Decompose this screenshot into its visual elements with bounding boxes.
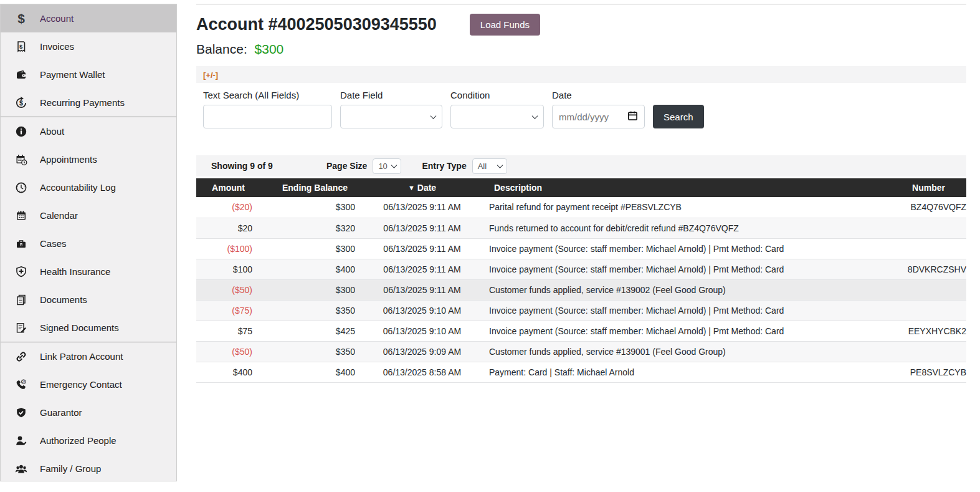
table-row[interactable]: $75$42506/13/2025 9:10 AMInvoice payment… [196,321,966,341]
text-search-group: Text Search (All Fields) [203,90,332,128]
table-row[interactable]: $100$40006/13/2025 9:11 AMInvoice paymen… [196,259,966,279]
text-search-label: Text Search (All Fields) [203,90,332,100]
description-cell: Invoice payment (Source: staff member: M… [489,300,873,321]
sidebar-item-label: About [40,126,64,137]
table-row[interactable]: ($100)$30006/13/2025 9:11 AMInvoice paym… [196,238,966,259]
page-title: Account #40025050309345550 [196,15,437,34]
description-cell: Parital refund for payment receipt #PE8S… [489,197,873,218]
dollar-icon: $ [13,12,29,26]
date-field-select[interactable] [340,105,442,128]
description-cell: Funds returned to account for debit/cred… [489,218,873,238]
sidebar-item-label: Health Insurance [40,266,110,277]
date-field-label: Date Field [340,90,442,100]
amount-cell: ($50) [196,279,252,300]
amount-cell: $100 [196,259,252,279]
condition-select[interactable] [450,105,544,128]
info-icon [13,125,29,138]
ending-balance-cell: $400 [252,362,355,382]
table-row[interactable]: ($20)$30006/13/2025 9:11 AMParital refun… [196,197,966,218]
phone-24-icon: 24 [13,379,29,391]
text-search-input[interactable] [203,105,332,128]
sidebar-item-label: Payment Wallet [40,69,105,80]
page-size-label: Page Size [326,161,367,171]
balance-row: Balance: $300 [196,42,966,57]
sidebar-item-calendar[interactable]: Calendar [1,201,176,229]
calendar-picker-icon[interactable] [627,110,638,123]
sidebar-item-accountability-log[interactable]: Accountability Log [1,173,176,201]
documents-icon [13,294,29,306]
sidebar-item-payment-wallet[interactable]: Payment Wallet [1,60,176,89]
sidebar-item-label: Authorized People [40,435,117,446]
filter-strip: [+/-] [196,66,966,83]
sidebar-item-documents[interactable]: Documents [1,286,176,314]
date-cell: 06/13/2025 9:11 AM [355,197,489,218]
sidebar-item-family-group[interactable]: Family / Group [1,455,176,483]
table-row[interactable]: ($75)$35006/13/2025 9:10 AMInvoice payme… [196,300,966,321]
link-icon [13,350,29,363]
sidebar-item-account[interactable]: $Account [1,4,176,32]
amount-cell: $75 [196,321,252,341]
transactions-table: Amount Ending Balance ▼Date Description … [196,178,966,383]
number-cell [873,341,966,362]
number-cell [873,279,966,300]
table-row[interactable]: ($50)$30006/13/2025 9:11 AMCustomer fund… [196,279,966,300]
main-content: Account #40025050309345550 Load Funds Ba… [177,0,980,492]
date-placeholder: mm/dd/yyyy [559,112,609,122]
search-button[interactable]: Search [653,105,704,128]
sidebar-item-appointments[interactable]: Appointments [1,145,176,173]
entry-type-select[interactable]: All [472,158,507,174]
sidebar-item-label: Recurring Payments [40,97,125,108]
amount-cell: ($20) [196,197,252,218]
table-header-row: Amount Ending Balance ▼Date Description … [196,178,966,197]
filter-collapse-toggle[interactable]: [+/-] [203,70,218,80]
sidebar-item-signed-documents[interactable]: Signed Documents [1,314,176,342]
date-input[interactable]: mm/dd/yyyy [552,105,645,128]
load-funds-button[interactable]: Load Funds [470,14,540,36]
sidebar-item-health-insurance[interactable]: Health Insurance [1,258,176,286]
amount-cell: $20 [196,218,252,238]
sidebar-item-label: Invoices [40,41,74,52]
sidebar-item-label: Calendar [40,210,78,221]
amount-cell: $400 [196,362,252,382]
amount-cell: ($100) [196,238,252,259]
svg-text:$: $ [17,12,25,26]
number-cell: PE8SVLZCYB [873,362,966,382]
column-header-ending-balance[interactable]: Ending Balance [252,178,355,197]
table-row[interactable]: $20$32006/13/2025 9:11 AMFunds returned … [196,218,966,238]
number-cell [873,300,966,321]
table-row[interactable]: $400$40006/13/2025 8:58 AMPayment: Card … [196,362,966,382]
condition-group: Condition [450,90,544,128]
sidebar-item-link-patron-account[interactable]: Link Patron Account [1,342,176,370]
sidebar-item-invoices[interactable]: $Invoices [1,32,176,60]
sidebar-item-recurring-payments[interactable]: $Recurring Payments [1,89,176,117]
number-cell: EEYXHYCBK2 [873,321,966,341]
column-header-amount[interactable]: Amount [196,178,252,197]
sidebar-item-about[interactable]: About [1,117,176,145]
sidebar-item-authorized-people[interactable]: Authorized People [1,427,176,455]
wallet-icon [13,69,29,81]
description-cell: Invoice payment (Source: staff member: M… [489,321,873,341]
appointment-calendar-icon [13,153,29,166]
ending-balance-cell: $300 [252,238,355,259]
column-header-number[interactable]: Number [873,178,966,197]
date-cell: 06/13/2025 9:11 AM [355,238,489,259]
sidebar-item-guarantor[interactable]: Guarantor [1,398,176,427]
balance-label: Balance: [196,42,247,56]
sidebar-item-label: Signed Documents [40,322,119,333]
clock-icon [13,181,29,194]
column-header-description[interactable]: Description [489,178,873,197]
page-size-select[interactable]: 10 [373,158,401,174]
table-row[interactable]: ($50)$35006/13/2025 9:09 AMCustomer fund… [196,341,966,362]
svg-text:$: $ [19,42,23,49]
column-header-date[interactable]: ▼Date [355,178,489,197]
sidebar-item-emergency-contact[interactable]: 24Emergency Contact [1,370,176,398]
sidebar-item-cases[interactable]: Cases [1,229,176,258]
number-cell [873,218,966,238]
condition-label: Condition [450,90,544,100]
top-divider [196,4,966,5]
filter-panel: [+/-] Text Search (All Fields) Date Fiel… [196,66,966,140]
account-header-row: Account #40025050309345550 Load Funds [196,14,966,36]
signed-document-icon [13,322,29,334]
amount-cell: ($75) [196,300,252,321]
number-cell [873,238,966,259]
